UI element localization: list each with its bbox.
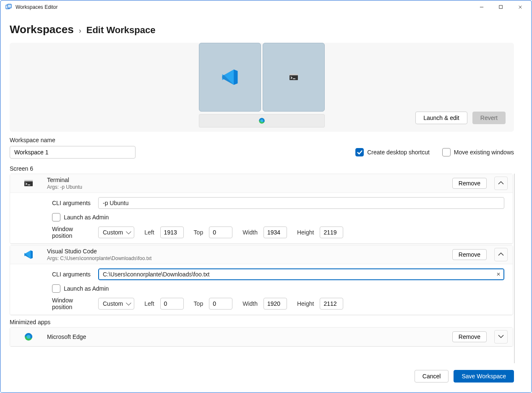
preview-card: Launch & edit Revert bbox=[10, 43, 514, 132]
top-input[interactable] bbox=[209, 298, 232, 310]
preview-taskbar bbox=[199, 114, 325, 128]
launch-as-admin-checkbox[interactable]: Launch as Admin bbox=[52, 213, 109, 221]
remove-button[interactable]: Remove bbox=[452, 249, 487, 260]
chevron-up-icon bbox=[497, 250, 505, 259]
app-body: CLI arguments -p Ubuntu Launch as Admin … bbox=[10, 193, 513, 244]
cli-arguments-label: CLI arguments bbox=[52, 200, 92, 206]
preview-tile-vscode[interactable] bbox=[199, 43, 261, 112]
app-icon bbox=[5, 4, 12, 10]
app-block: Terminal Args: -p Ubuntu Remove CLI argu… bbox=[10, 174, 513, 244]
chevron-down-icon bbox=[497, 333, 505, 341]
collapse-button[interactable] bbox=[494, 248, 508, 261]
edge-icon bbox=[23, 332, 34, 342]
launch-as-admin-label: Launch as Admin bbox=[64, 214, 109, 221]
checkbox-icon bbox=[52, 213, 60, 221]
app-body: CLI arguments C:\Users\connorplante\Down… bbox=[10, 264, 513, 315]
width-label: Width bbox=[243, 300, 258, 307]
window: Workspaces Editor Workspaces › Edit Work… bbox=[0, 0, 532, 393]
position-mode-select[interactable]: Custom bbox=[98, 298, 134, 310]
width-label: Width bbox=[243, 229, 258, 236]
revert-button[interactable]: Revert bbox=[472, 112, 506, 124]
vscode-icon bbox=[221, 68, 239, 86]
apps-scroll[interactable]: Terminal Args: -p Ubuntu Remove CLI argu… bbox=[10, 174, 515, 363]
top-label: Top bbox=[194, 229, 203, 236]
app-header: Microsoft Edge Remove bbox=[10, 328, 513, 346]
move-windows-checkbox[interactable]: Move existing windows bbox=[442, 148, 514, 156]
app-block: Microsoft Edge Remove bbox=[10, 327, 513, 347]
preview-area bbox=[199, 43, 325, 128]
launch-edit-button[interactable]: Launch & edit bbox=[415, 112, 467, 124]
chevron-up-icon bbox=[497, 179, 505, 187]
move-windows-label: Move existing windows bbox=[454, 149, 514, 156]
save-workspace-button[interactable]: Save Workspace bbox=[454, 370, 514, 383]
window-position-label: Window position bbox=[52, 297, 92, 310]
create-shortcut-label: Create desktop shortcut bbox=[367, 149, 430, 156]
workspace-name-label: Workspace name bbox=[10, 137, 514, 143]
svg-rect-7 bbox=[8, 4, 11, 8]
top-input[interactable] bbox=[209, 226, 232, 238]
checkbox-icon bbox=[355, 148, 364, 156]
app-args-summary: Args: C;\Users\connorplante\Downloads\fo… bbox=[47, 255, 447, 261]
height-label: Height bbox=[297, 229, 314, 236]
cli-arguments-input[interactable]: -p Ubuntu bbox=[98, 197, 504, 209]
width-input[interactable] bbox=[263, 226, 287, 238]
page-title: Edit Workspace bbox=[86, 25, 156, 36]
footer: Cancel Save Workspace bbox=[0, 363, 532, 393]
cancel-button[interactable]: Cancel bbox=[415, 370, 449, 383]
height-label: Height bbox=[297, 300, 314, 307]
breadcrumb: Workspaces › Edit Workspace bbox=[10, 23, 514, 36]
maximize-button[interactable] bbox=[491, 0, 511, 14]
left-label: Left bbox=[144, 300, 154, 307]
preview-tile-terminal[interactable] bbox=[263, 43, 325, 112]
collapse-button[interactable] bbox=[494, 177, 508, 190]
remove-button[interactable]: Remove bbox=[452, 331, 487, 342]
breadcrumb-root[interactable]: Workspaces bbox=[10, 23, 74, 36]
app-name: Microsoft Edge bbox=[47, 333, 447, 340]
top-label: Top bbox=[194, 300, 203, 307]
minimized-label: Minimized apps bbox=[10, 319, 513, 325]
app-args-summary: Args: -p Ubuntu bbox=[47, 184, 447, 190]
app-name: Visual Studio Code bbox=[47, 248, 447, 255]
expand-button[interactable] bbox=[494, 330, 508, 344]
create-shortcut-checkbox[interactable]: Create desktop shortcut bbox=[355, 148, 430, 156]
checkbox-icon bbox=[442, 148, 451, 156]
app-block: Visual Studio Code Args: C;\Users\connor… bbox=[10, 245, 513, 315]
left-input[interactable] bbox=[160, 298, 184, 310]
checkbox-icon bbox=[52, 284, 60, 293]
app-header: Terminal Args: -p Ubuntu Remove bbox=[10, 174, 513, 193]
app-header: Visual Studio Code Args: C;\Users\connor… bbox=[10, 245, 513, 264]
titlebar: Workspaces Editor bbox=[0, 0, 532, 14]
edge-icon bbox=[258, 117, 266, 125]
vscode-icon bbox=[23, 250, 34, 260]
workspace-settings-row: Workspace name Create desktop shortcut M… bbox=[10, 137, 514, 162]
minimize-button[interactable] bbox=[472, 0, 491, 14]
width-input[interactable] bbox=[263, 298, 287, 310]
height-input[interactable] bbox=[320, 298, 343, 310]
launch-as-admin-label: Launch as Admin bbox=[64, 285, 109, 292]
window-title: Workspaces Editor bbox=[16, 4, 57, 10]
screen-label: Screen 6 bbox=[10, 165, 514, 172]
terminal-icon bbox=[23, 178, 34, 188]
left-label: Left bbox=[144, 229, 154, 236]
height-input[interactable] bbox=[320, 226, 343, 238]
app-name: Terminal bbox=[47, 177, 447, 183]
chevron-right-icon: › bbox=[79, 26, 81, 35]
launch-as-admin-checkbox[interactable]: Launch as Admin bbox=[52, 284, 109, 293]
close-button[interactable] bbox=[511, 0, 530, 14]
workspace-name-input[interactable] bbox=[10, 146, 136, 159]
terminal-icon bbox=[289, 72, 299, 82]
clear-icon[interactable]: ✕ bbox=[496, 271, 501, 277]
position-mode-select[interactable]: Custom bbox=[98, 226, 134, 238]
cli-arguments-label: CLI arguments bbox=[52, 271, 92, 278]
content: Workspaces › Edit Workspace bbox=[0, 14, 532, 363]
left-input[interactable] bbox=[160, 226, 184, 238]
cli-arguments-input[interactable]: C:\Users\connorplante\Downloads\foo.txt … bbox=[98, 268, 504, 280]
window-position-label: Window position bbox=[52, 226, 92, 239]
remove-button[interactable]: Remove bbox=[452, 178, 487, 189]
